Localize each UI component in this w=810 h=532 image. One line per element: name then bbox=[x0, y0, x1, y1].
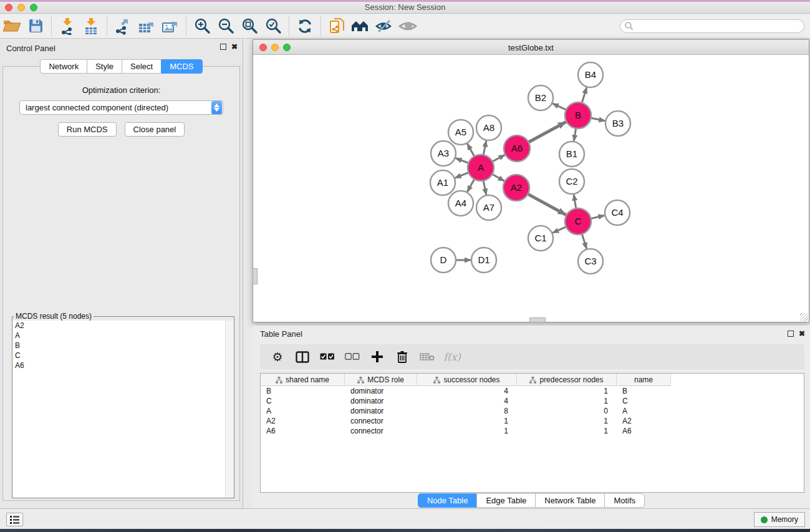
column-header-name[interactable]: name bbox=[617, 374, 671, 386]
column-header-predecessor-nodes[interactable]: predecessor nodes bbox=[517, 374, 617, 386]
criterion-dropdown[interactable]: largest connected component (directed) bbox=[19, 100, 223, 115]
column-header-successor-nodes[interactable]: successor nodes bbox=[417, 374, 517, 386]
export-network-icon[interactable] bbox=[111, 16, 135, 37]
memory-button[interactable]: Memory bbox=[754, 512, 805, 527]
import-table-icon[interactable] bbox=[79, 16, 103, 37]
open-file-icon[interactable] bbox=[0, 16, 24, 37]
select-all-icon[interactable] bbox=[316, 347, 339, 367]
table-cell[interactable]: A6 bbox=[617, 426, 671, 436]
copy-style-icon[interactable] bbox=[325, 16, 349, 37]
graph-edge-A2-C[interactable] bbox=[527, 193, 566, 215]
float-table-panel-icon[interactable] bbox=[788, 331, 794, 337]
splitter-grip-bottom[interactable] bbox=[529, 317, 546, 322]
tab-select[interactable]: Select bbox=[122, 59, 162, 74]
graph-edge-C-C4[interactable] bbox=[590, 216, 605, 219]
graph-edge-A-A5[interactable] bbox=[467, 143, 475, 157]
tab-node-table[interactable]: Node Table bbox=[418, 493, 478, 508]
column-header-shared-name[interactable]: shared name bbox=[261, 374, 345, 386]
table-cell[interactable]: 1 bbox=[517, 386, 617, 396]
table-cell[interactable]: 1 bbox=[517, 416, 617, 426]
graph-edge-A6-B[interactable] bbox=[528, 122, 566, 142]
graph-edge-A-A3[interactable] bbox=[456, 158, 470, 164]
result-item[interactable]: A6 bbox=[12, 360, 234, 370]
refresh-icon[interactable] bbox=[293, 16, 317, 37]
deselect-all-icon[interactable] bbox=[341, 347, 364, 367]
tab-mcds[interactable]: MCDS bbox=[161, 59, 202, 74]
result-scrollbar[interactable] bbox=[225, 321, 234, 498]
table-cell[interactable]: 1 bbox=[517, 396, 617, 406]
export-image-icon[interactable] bbox=[158, 16, 182, 37]
run-mcds-button[interactable]: Run MCDS bbox=[58, 122, 117, 137]
create-column-icon[interactable] bbox=[366, 347, 388, 367]
node-table[interactable]: shared nameMCDS rolesuccessor nodesprede… bbox=[260, 373, 804, 493]
result-item[interactable]: A2 bbox=[12, 321, 234, 331]
graph-edge-B-B4[interactable] bbox=[582, 87, 587, 104]
graph-edge-B-B3[interactable] bbox=[590, 118, 605, 121]
table-cell[interactable]: connector bbox=[345, 416, 417, 426]
table-cell[interactable]: A2 bbox=[261, 416, 345, 426]
graph-edge-C-C1[interactable] bbox=[552, 226, 567, 233]
function-builder-icon[interactable]: f(x) bbox=[441, 347, 463, 367]
save-session-icon[interactable] bbox=[24, 16, 47, 37]
export-table-icon[interactable] bbox=[135, 16, 158, 37]
tab-network-table[interactable]: Network Table bbox=[535, 493, 605, 508]
table-cell[interactable]: C bbox=[617, 396, 671, 406]
zoom-in-icon[interactable] bbox=[190, 16, 214, 37]
table-row[interactable]: Cdominator41C bbox=[261, 396, 804, 406]
graph-edge-A-A2[interactable] bbox=[491, 173, 504, 181]
graph-edge-A-A6[interactable] bbox=[491, 155, 505, 162]
task-history-button[interactable] bbox=[6, 513, 23, 526]
table-cell[interactable]: A bbox=[261, 406, 345, 416]
close-table-panel-icon[interactable]: ✖ bbox=[799, 331, 805, 337]
table-cell[interactable]: B bbox=[617, 386, 671, 396]
table-cell[interactable]: 8 bbox=[417, 406, 517, 416]
table-cell[interactable]: connector bbox=[345, 426, 417, 436]
table-cell[interactable]: 1 bbox=[517, 426, 617, 436]
graph-edge-C-C2[interactable] bbox=[574, 195, 576, 210]
network-canvas[interactable]: AA1A3A4A5A7A8A6A2BB1B2B3B4CC1C2C3C4DD1 bbox=[253, 55, 809, 322]
graph-edge-C-C3[interactable] bbox=[582, 233, 587, 249]
table-row[interactable]: Bdominator41B bbox=[261, 386, 804, 396]
search-input[interactable] bbox=[634, 21, 804, 32]
table-cell[interactable]: 4 bbox=[417, 396, 517, 406]
table-cell[interactable]: B bbox=[261, 386, 345, 396]
tab-network[interactable]: Network bbox=[40, 59, 87, 74]
table-row[interactable]: A6connector11A6 bbox=[261, 426, 804, 436]
tab-style[interactable]: Style bbox=[87, 59, 122, 74]
graph-edge-A-A4[interactable] bbox=[467, 178, 475, 192]
table-cell[interactable]: dominator bbox=[345, 406, 417, 416]
table-row[interactable]: Adominator80A bbox=[261, 406, 804, 416]
close-panel-icon[interactable]: ✖ bbox=[231, 44, 238, 50]
table-cell[interactable]: 1 bbox=[417, 426, 517, 436]
search-field[interactable] bbox=[620, 19, 804, 33]
table-cell[interactable]: 4 bbox=[417, 386, 517, 396]
table-cell[interactable]: A2 bbox=[617, 416, 671, 426]
result-item[interactable]: B bbox=[12, 341, 234, 351]
graphics-details-icon[interactable] bbox=[396, 16, 420, 37]
delete-table-icon[interactable] bbox=[416, 347, 438, 367]
table-cell[interactable]: dominator bbox=[345, 386, 417, 396]
table-row[interactable]: A2connector11A2 bbox=[261, 416, 804, 426]
table-cell[interactable]: C bbox=[261, 396, 345, 406]
graph-edge-B-B2[interactable] bbox=[552, 104, 567, 110]
result-item[interactable]: C bbox=[12, 351, 234, 360]
show-columns-icon[interactable] bbox=[291, 347, 314, 367]
table-cell[interactable]: dominator bbox=[345, 396, 417, 406]
zoom-out-icon[interactable] bbox=[214, 16, 238, 37]
table-cell[interactable]: 1 bbox=[417, 416, 517, 426]
hide-details-icon[interactable] bbox=[372, 16, 396, 37]
result-item[interactable]: A bbox=[12, 331, 234, 341]
close-panel-button[interactable]: Close panel bbox=[125, 122, 185, 137]
tab-edge-table[interactable]: Edge Table bbox=[476, 493, 536, 508]
graph-edge-B-B1[interactable] bbox=[574, 127, 576, 142]
table-cell[interactable]: 0 bbox=[517, 406, 617, 416]
home-layout-icon[interactable] bbox=[349, 16, 372, 37]
tab-motifs[interactable]: Motifs bbox=[604, 493, 645, 508]
graph-edge-A-A1[interactable] bbox=[455, 172, 470, 178]
graph-edge-A-A7[interactable] bbox=[483, 180, 486, 195]
network-window-titlebar[interactable]: testGlobe.txt bbox=[253, 40, 809, 55]
zoom-fit-icon[interactable] bbox=[238, 16, 261, 37]
graph-edge-A-A8[interactable] bbox=[483, 141, 486, 157]
table-options-icon[interactable]: ⚙ bbox=[266, 347, 289, 367]
column-header-MCDS-role[interactable]: MCDS role bbox=[345, 374, 417, 386]
